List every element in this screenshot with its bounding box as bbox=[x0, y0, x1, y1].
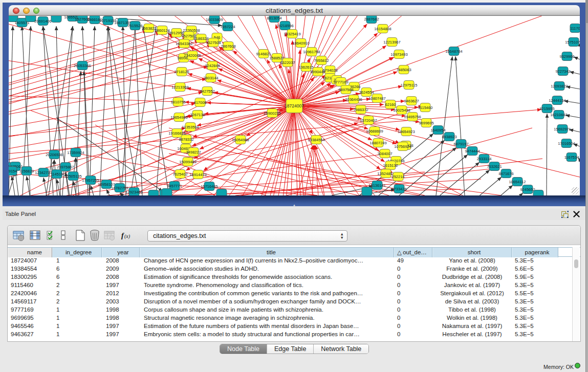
svg-text:62160: 62160 bbox=[385, 102, 396, 107]
svg-text:20053346: 20053346 bbox=[74, 63, 91, 68]
svg-text:2887682: 2887682 bbox=[364, 17, 379, 21]
svg-text:417006: 417006 bbox=[193, 100, 206, 105]
svg-text:15692971: 15692971 bbox=[554, 127, 571, 132]
svg-text:114519: 114519 bbox=[51, 172, 63, 177]
svg-text:7663822: 7663822 bbox=[141, 26, 156, 31]
svg-text:18807249: 18807249 bbox=[369, 141, 386, 145]
svg-text:39154: 39154 bbox=[9, 169, 17, 173]
svg-text:23420046: 23420046 bbox=[184, 53, 201, 58]
svg-text:19654985: 19654985 bbox=[170, 115, 187, 120]
svg-text:12213967: 12213967 bbox=[383, 40, 400, 45]
svg-text:1588520: 1588520 bbox=[269, 56, 284, 60]
svg-text:15751074: 15751074 bbox=[565, 40, 580, 45]
svg-text:2803144: 2803144 bbox=[203, 76, 218, 80]
svg-text:7485063: 7485063 bbox=[396, 68, 411, 72]
svg-text:11353594: 11353594 bbox=[182, 125, 199, 129]
svg-text:12923466: 12923466 bbox=[125, 190, 142, 194]
svg-text:2867608: 2867608 bbox=[221, 44, 235, 49]
svg-text:1167534: 1167534 bbox=[564, 155, 579, 160]
svg-text:7955812: 7955812 bbox=[314, 58, 329, 63]
svg-text:20206536: 20206536 bbox=[46, 152, 62, 157]
svg-text:12505135: 12505135 bbox=[64, 174, 81, 179]
svg-text:12444154: 12444154 bbox=[549, 98, 565, 103]
svg-text:12093822: 12093822 bbox=[551, 84, 568, 89]
svg-text:3498222: 3498222 bbox=[186, 150, 201, 155]
svg-text:16054988: 16054988 bbox=[232, 138, 249, 142]
svg-text:9227342: 9227342 bbox=[555, 69, 570, 74]
svg-text:16914479: 16914479 bbox=[189, 172, 206, 177]
svg-text:10025438: 10025438 bbox=[393, 108, 410, 113]
svg-text:19384554: 19384554 bbox=[308, 138, 324, 142]
svg-text:2718126: 2718126 bbox=[174, 70, 189, 74]
svg-text:9245652: 9245652 bbox=[520, 187, 535, 192]
svg-text:9146821: 9146821 bbox=[256, 52, 271, 56]
svg-text:8878332: 8878332 bbox=[179, 137, 193, 142]
svg-text:17016504: 17016504 bbox=[558, 141, 575, 146]
svg-text:3084007: 3084007 bbox=[377, 151, 392, 156]
svg-text:19654923: 19654923 bbox=[398, 129, 415, 134]
svg-text:1640954: 1640954 bbox=[430, 128, 445, 133]
svg-text:1156829: 1156829 bbox=[19, 169, 34, 173]
svg-text:6794028: 6794028 bbox=[322, 68, 337, 73]
svg-text:25900235: 25900235 bbox=[264, 111, 280, 116]
svg-text:15136141: 15136141 bbox=[368, 183, 385, 188]
svg-text:9699695: 9699695 bbox=[419, 121, 433, 125]
svg-text:8813054: 8813054 bbox=[267, 16, 281, 20]
svg-text:11170: 11170 bbox=[570, 26, 580, 31]
svg-text:10654112: 10654112 bbox=[509, 180, 526, 184]
svg-text:7625402: 7625402 bbox=[172, 172, 187, 177]
svg-text:3624554: 3624554 bbox=[359, 90, 374, 95]
svg-text:18724007: 18724007 bbox=[285, 103, 304, 108]
svg-text:16543362: 16543362 bbox=[176, 41, 192, 46]
svg-text:16033809: 16033809 bbox=[206, 17, 223, 22]
svg-text:12342737: 12342737 bbox=[35, 170, 52, 175]
svg-text:10961758: 10961758 bbox=[303, 50, 320, 54]
svg-text:3267130: 3267130 bbox=[190, 113, 205, 117]
svg-text:10688609: 10688609 bbox=[366, 129, 383, 134]
svg-text:8215955: 8215955 bbox=[539, 106, 554, 111]
svg-text:8427552: 8427552 bbox=[200, 89, 214, 94]
svg-text:12975115: 12975115 bbox=[401, 83, 418, 87]
svg-text:15716485: 15716485 bbox=[201, 184, 217, 189]
svg-text:1810755: 1810755 bbox=[170, 100, 185, 104]
svg-text:9777169: 9777169 bbox=[333, 80, 348, 84]
svg-text:15099489: 15099489 bbox=[179, 160, 196, 164]
svg-text:13325419: 13325419 bbox=[284, 32, 300, 36]
svg-text:1733426: 1733426 bbox=[391, 187, 406, 191]
svg-text:15720407: 15720407 bbox=[360, 118, 377, 123]
svg-text:16648784: 16648784 bbox=[445, 49, 462, 54]
svg-text:10756924: 10756924 bbox=[394, 144, 411, 149]
svg-text:17957255: 17957255 bbox=[82, 178, 99, 183]
svg-text:20691406: 20691406 bbox=[34, 19, 51, 24]
svg-text:252214: 252214 bbox=[391, 174, 404, 179]
svg-text:1615132: 1615132 bbox=[383, 163, 398, 168]
svg-text:9457771: 9457771 bbox=[167, 184, 182, 188]
svg-text:16210643: 16210643 bbox=[550, 113, 567, 117]
svg-text:17359924: 17359924 bbox=[67, 150, 84, 155]
svg-text:20364436: 20364436 bbox=[345, 97, 362, 102]
svg-text:18640910: 18640910 bbox=[292, 41, 309, 46]
svg-text:10807487: 10807487 bbox=[368, 96, 385, 101]
svg-text:19495756: 19495756 bbox=[404, 115, 421, 119]
svg-text:23975867: 23975867 bbox=[57, 165, 74, 169]
svg-text:12213369: 12213369 bbox=[171, 85, 188, 90]
svg-text:9474444: 9474444 bbox=[465, 149, 480, 154]
svg-text:9463627: 9463627 bbox=[404, 99, 419, 103]
svg-text:(x): (x) bbox=[124, 233, 130, 239]
svg-text:2933114: 2933114 bbox=[477, 157, 492, 161]
svg-text:10973493: 10973493 bbox=[390, 52, 407, 57]
svg-text:8471676: 8471676 bbox=[498, 171, 513, 176]
svg-text:9242848: 9242848 bbox=[205, 63, 220, 68]
svg-text:6879197: 6879197 bbox=[453, 142, 468, 146]
svg-text:9115460: 9115460 bbox=[418, 105, 433, 110]
svg-text:9327508: 9327508 bbox=[206, 40, 221, 45]
svg-text:8860124: 8860124 bbox=[155, 28, 169, 33]
svg-text:7986372: 7986372 bbox=[353, 107, 368, 112]
svg-text:8938923: 8938923 bbox=[442, 135, 456, 139]
svg-text:9329966: 9329966 bbox=[559, 54, 574, 59]
svg-text:8322037: 8322037 bbox=[280, 60, 295, 65]
svg-text:16154808: 16154808 bbox=[374, 27, 391, 31]
svg-text:6897568: 6897568 bbox=[338, 87, 353, 92]
svg-text:7632621: 7632621 bbox=[487, 164, 502, 169]
svg-text:1362615: 1362615 bbox=[298, 65, 313, 70]
